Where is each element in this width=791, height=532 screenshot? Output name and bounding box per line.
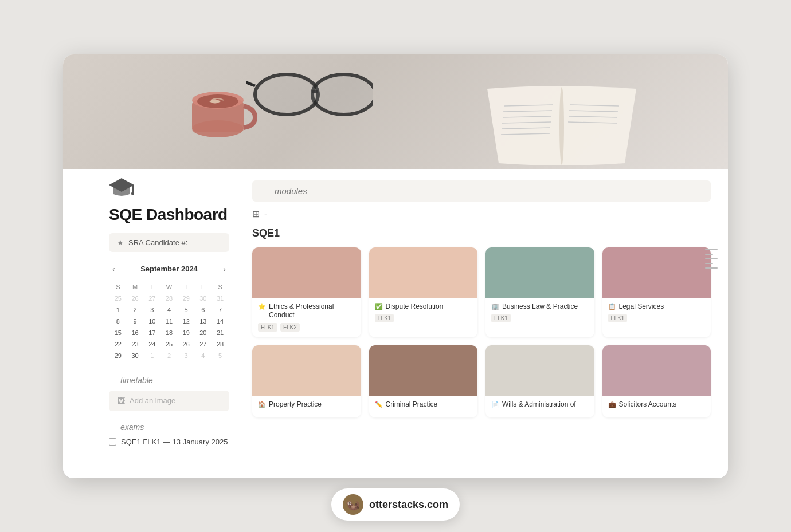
calendar-day[interactable]: 11 <box>161 316 177 326</box>
calendar-day[interactable]: 27 <box>144 293 160 304</box>
module-card-criminal[interactable]: ✏️Criminal Practice <box>369 345 478 418</box>
card-type-icon: 🏢 <box>491 303 499 310</box>
calendar-day[interactable]: 7 <box>212 305 228 315</box>
card-color-block <box>369 247 478 298</box>
hero-image <box>63 54 728 169</box>
calendar-day[interactable]: 30 <box>127 350 143 361</box>
calendar-day[interactable]: 2 <box>161 350 177 361</box>
calendar-day[interactable]: 3 <box>178 350 194 361</box>
module-card-solicitors[interactable]: 💼Solicitors Accounts <box>602 345 711 418</box>
calendar-day[interactable]: 13 <box>195 316 212 326</box>
card-type-icon: 📋 <box>608 303 616 310</box>
calendar-day[interactable]: 9 <box>127 316 143 326</box>
calendar-day[interactable]: 15 <box>110 328 126 338</box>
svg-point-24 <box>131 192 134 195</box>
calendar-grid: S M T W T F S 25262728293031123456789101… <box>109 281 229 362</box>
cal-day-header: F <box>195 282 212 292</box>
exam-checkbox[interactable] <box>109 438 116 446</box>
card-icon-title: ✏️Criminal Practice <box>375 400 472 409</box>
app-icon <box>109 176 229 201</box>
calendar-day[interactable]: 17 <box>144 328 160 338</box>
module-card-dispute[interactable]: ✅Dispute ResolutionFLK1 <box>369 247 478 337</box>
calendar-day[interactable]: 27 <box>195 339 212 349</box>
card-color-block <box>602 247 711 298</box>
calendar-day[interactable]: 3 <box>144 305 160 315</box>
calendar-next-button[interactable]: › <box>220 263 229 275</box>
calendar-day[interactable]: 4 <box>195 350 212 361</box>
calendar-day[interactable]: 1 <box>110 305 126 315</box>
calendar-day[interactable]: 1 <box>144 350 160 361</box>
calendar-day[interactable]: 31 <box>212 293 228 304</box>
card-color-block <box>602 345 711 396</box>
grid-controls: ⊞ - <box>252 208 711 219</box>
add-image-box[interactable]: 🖼 Add an image <box>109 391 229 411</box>
calendar-day[interactable]: 2 <box>127 305 143 315</box>
calendar-day[interactable]: 28 <box>212 339 228 349</box>
calendar-day[interactable]: 29 <box>178 293 194 304</box>
calendar-day[interactable]: 4 <box>161 305 177 315</box>
otter-emoji: 🦦 <box>346 498 360 511</box>
calendar-day[interactable]: 16 <box>127 328 143 338</box>
card-icon-title: ✅Dispute Resolution <box>375 302 472 312</box>
calendar-day[interactable]: 28 <box>161 293 177 304</box>
card-title: Ethics & Professional Conduct <box>269 302 355 320</box>
card-type-icon: ✏️ <box>375 401 383 408</box>
card-color-block <box>485 247 594 298</box>
card-type-icon: ⭐ <box>258 303 266 310</box>
watermark: 🦦 otterstacks.com <box>331 488 460 521</box>
calendar-day[interactable]: 22 <box>110 339 126 349</box>
sra-candidate-box[interactable]: ★ SRA Candidate #: <box>109 233 229 252</box>
card-icon-title: 🏠Property Practice <box>258 400 355 409</box>
graduation-cap-icon <box>109 176 134 199</box>
card-tag: FLK2 <box>280 323 300 332</box>
cal-day-header: M <box>127 282 143 292</box>
card-icon-title: 🏢Business Law & Practice <box>491 302 589 312</box>
calendar-day[interactable]: 6 <box>195 305 212 315</box>
cal-day-header: W <box>161 282 177 292</box>
calendar-day[interactable]: 24 <box>144 339 160 349</box>
calendar-day[interactable]: 10 <box>144 316 160 326</box>
timetable-section-header: — timetable <box>109 376 229 385</box>
card-type-icon: 🏠 <box>258 401 266 408</box>
calendar-day[interactable]: 25 <box>110 293 126 304</box>
calendar-day[interactable]: 25 <box>161 339 177 349</box>
star-icon: ★ <box>117 238 124 247</box>
calendar-day[interactable]: 21 <box>212 328 228 338</box>
card-tags: FLK1 <box>375 314 472 322</box>
calendar-day[interactable]: 29 <box>110 350 126 361</box>
calendar-day[interactable]: 5 <box>212 350 228 361</box>
content-area: SQE Dashboard ★ SRA Candidate #: ‹ Septe… <box>63 169 728 478</box>
exam-item[interactable]: SQE1 FLK1 — 13 January 2025 <box>109 438 229 446</box>
module-card-legal[interactable]: 📋Legal ServicesFLK1 <box>602 247 711 337</box>
calendar-day[interactable]: 5 <box>178 305 194 315</box>
card-info: ⭐Ethics & Professional ConductFLK1FLK2 <box>252 298 361 337</box>
card-tag: FLK1 <box>491 314 511 322</box>
calendar-day[interactable]: 23 <box>127 339 143 349</box>
calendar-day[interactable]: 12 <box>178 316 194 326</box>
calendar-prev-button[interactable]: ‹ <box>109 263 119 275</box>
card-icon-title: 📋Legal Services <box>608 302 706 312</box>
calendar-day[interactable]: 14 <box>212 316 228 326</box>
card-title: Property Practice <box>269 400 322 409</box>
module-card-property[interactable]: 🏠Property Practice <box>252 345 361 418</box>
grid-view-icon[interactable]: ⊞ <box>252 208 260 219</box>
calendar-day[interactable]: 30 <box>195 293 212 304</box>
calendar-header: ‹ September 2024 › <box>109 263 229 275</box>
calendar-month: September 2024 <box>140 265 198 273</box>
card-type-icon: 💼 <box>608 401 616 408</box>
module-card-ethics[interactable]: ⭐Ethics & Professional ConductFLK1FLK2 <box>252 247 361 337</box>
svg-rect-23 <box>132 185 134 193</box>
calendar-day[interactable]: 26 <box>127 293 143 304</box>
calendar-day[interactable]: 8 <box>110 316 126 326</box>
calendar-day[interactable]: 20 <box>195 328 212 338</box>
module-card-business[interactable]: 🏢Business Law & PracticeFLK1 <box>485 247 594 337</box>
cal-day-header: T <box>178 282 194 292</box>
calendar-day[interactable]: 18 <box>161 328 177 338</box>
calendar-day[interactable]: 19 <box>178 328 194 338</box>
right-panel: — modules ⊞ - SQE1 ⭐Ethics & Professiona… <box>246 169 728 461</box>
card-info: 🏢Business Law & PracticeFLK1 <box>485 298 594 329</box>
app-window: SQE Dashboard ★ SRA Candidate #: ‹ Septe… <box>63 54 728 478</box>
calendar-day[interactable]: 26 <box>178 339 194 349</box>
sra-label: SRA Candidate #: <box>128 238 187 247</box>
module-card-wills[interactable]: 📄Wills & Administration of <box>485 345 594 418</box>
